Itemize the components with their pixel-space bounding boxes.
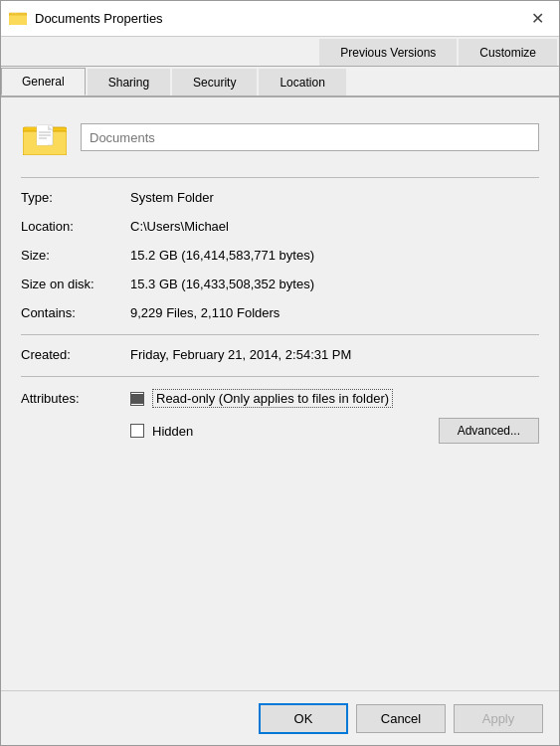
attr-controls: Read-only (Only applies to files in fold…	[130, 389, 539, 444]
prop-location: Location: C:\Users\Michael	[21, 219, 539, 234]
tab-location[interactable]: Location	[259, 69, 345, 95]
cancel-button[interactable]: Cancel	[356, 704, 446, 733]
readonly-row: Read-only (Only applies to files in fold…	[130, 389, 539, 408]
hidden-label: Hidden	[152, 424, 193, 439]
hidden-row: Hidden	[130, 424, 193, 439]
tab-row-bottom: General Sharing Security Location	[1, 67, 559, 97]
prop-contains-label: Contains:	[21, 305, 130, 320]
prop-size-label: Size:	[21, 248, 130, 263]
prop-type: Type: System Folder	[21, 190, 539, 205]
prop-size-on-disk-label: Size on disk:	[21, 277, 130, 291]
advanced-button[interactable]: Advanced...	[439, 418, 539, 444]
readonly-label: Read-only (Only applies to files in fold…	[152, 389, 393, 408]
tab-general[interactable]: General	[1, 68, 86, 95]
folder-name-input[interactable]	[81, 123, 539, 151]
prop-contains: Contains: 9,229 Files, 2,110 Folders	[21, 305, 539, 320]
prop-created-label: Created:	[21, 347, 130, 362]
properties-dialog: Documents Properties ✕ Previous Versions…	[0, 0, 560, 746]
title-bar: Documents Properties ✕	[1, 1, 559, 37]
folder-header	[21, 113, 539, 161]
attr-row-2: Hidden Advanced...	[130, 418, 539, 444]
prop-size-on-disk: Size on disk: 15.3 GB (16,433,508,352 by…	[21, 277, 539, 291]
tab-sharing[interactable]: Sharing	[88, 69, 170, 95]
prop-size-value: 15.2 GB (16,414,583,771 bytes)	[130, 248, 539, 263]
folder-icon	[21, 113, 69, 161]
bottom-bar: OK Cancel Apply	[1, 690, 559, 745]
attr-label: Attributes:	[21, 389, 130, 406]
attributes-section: Attributes: Read-only (Only applies to f…	[21, 389, 539, 444]
tab-previous-versions[interactable]: Previous Versions	[319, 39, 457, 66]
prop-size: Size: 15.2 GB (16,414,583,771 bytes)	[21, 248, 539, 263]
prop-created: Created: Friday, February 21, 2014, 2:54…	[21, 347, 539, 362]
hidden-checkbox[interactable]	[130, 424, 144, 438]
prop-type-value: System Folder	[130, 190, 539, 205]
prop-location-value: C:\Users\Michael	[130, 219, 539, 234]
prop-location-label: Location:	[21, 219, 130, 234]
content-area: Type: System Folder Location: C:\Users\M…	[1, 97, 559, 690]
title-bar-icon	[9, 10, 27, 28]
prop-type-label: Type:	[21, 190, 130, 205]
tab-security[interactable]: Security	[172, 69, 257, 95]
title-bar-title: Documents Properties	[35, 11, 523, 26]
divider-1	[21, 177, 539, 178]
readonly-checkbox[interactable]	[130, 392, 144, 406]
svg-rect-3	[9, 15, 27, 25]
divider-3	[21, 376, 539, 377]
ok-button[interactable]: OK	[259, 703, 348, 734]
tab-customize[interactable]: Customize	[459, 39, 557, 66]
prop-created-value: Friday, February 21, 2014, 2:54:31 PM	[130, 347, 539, 362]
divider-2	[21, 334, 539, 335]
prop-contains-value: 9,229 Files, 2,110 Folders	[130, 305, 539, 320]
tab-row-top: Previous Versions Customize	[1, 37, 559, 67]
prop-size-on-disk-value: 15.3 GB (16,433,508,352 bytes)	[130, 277, 539, 291]
close-button[interactable]: ✕	[523, 5, 551, 33]
apply-button[interactable]: Apply	[454, 704, 543, 733]
